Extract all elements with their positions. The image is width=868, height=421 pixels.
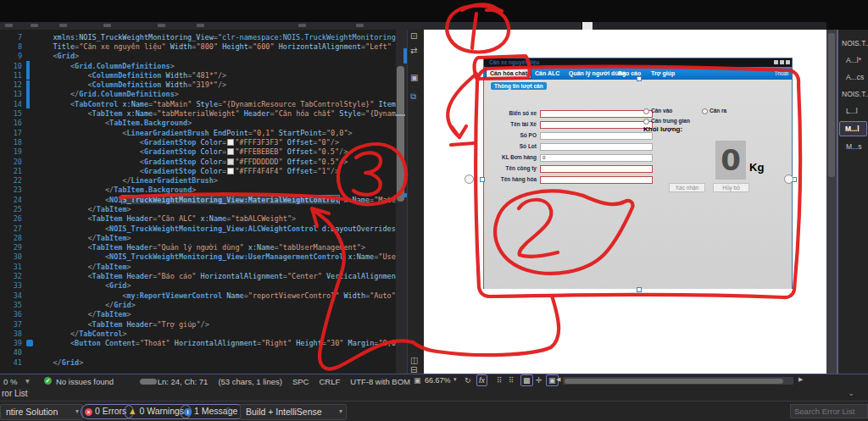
snaplines-icon[interactable]: ✛ — [536, 376, 542, 385]
field-input[interactable] — [540, 110, 653, 118]
code-line[interactable]: 41 </Grid> — [0, 357, 396, 367]
code-line[interactable]: 37 <TabItem Header="Trợ giúp"/> — [0, 319, 396, 329]
vertical-split-icon[interactable]: ◫ — [410, 357, 418, 365]
vertical-document-tabs[interactable]: NOIS.T...rA...l*A...csNOIS.T...rL...lM..… — [837, 30, 868, 374]
messages-filter-button[interactable]: i1 Message — [180, 404, 245, 419]
code-line[interactable]: 24 <NOIS_TruckWeightMonitoring_View:Mate… — [0, 195, 396, 204]
code-line[interactable]: 16 <TabItem.Background> — [0, 119, 396, 128]
form-tab[interactable]: Cân ALC — [535, 67, 559, 80]
editor-scrollbar-thumb[interactable] — [397, 66, 404, 202]
code-line[interactable]: 18 <GradientStop Color="#FFF3F3F3" Offse… — [0, 137, 396, 147]
document-tab[interactable]: A...cs — [838, 69, 868, 86]
field-input[interactable] — [540, 176, 653, 184]
radio-button[interactable] — [643, 119, 649, 125]
collapse-pane-icon[interactable]: ⊡ — [410, 32, 417, 41]
code-line[interactable]: 40 — [0, 348, 396, 357]
refresh-icon[interactable]: ↻ — [465, 376, 471, 385]
radio-button[interactable] — [702, 108, 708, 114]
build-intellisense-dropdown[interactable]: Build + IntelliSense▾ — [240, 404, 347, 420]
code-line[interactable]: 35 </Grid> — [0, 300, 396, 309]
code-line[interactable]: 29 <TabItem Header="Quản lý người dùng" … — [0, 243, 396, 252]
adorner-handle-left[interactable] — [480, 177, 485, 182]
code-line[interactable]: 21 <GradientStop Color="#FFF4F4F4" Offse… — [0, 166, 396, 175]
document-tab[interactable]: A...l* — [838, 52, 868, 69]
code-line[interactable]: 23 </TabItem.Background> — [0, 186, 396, 195]
search-input[interactable] — [790, 404, 868, 418]
code-line[interactable]: 27 <NOIS_TruckWeightMonitoring_View:ALCW… — [0, 224, 396, 233]
code-line[interactable]: 19 <GradientStop Color="#FFEBEBEB" Offse… — [0, 147, 396, 157]
code-line[interactable]: 7 xmlns:NOIS_TruckWeightMonitoring_View=… — [0, 32, 396, 42]
field-input[interactable] — [540, 165, 653, 173]
form-tab[interactable]: Trợ giúp — [651, 67, 675, 80]
project-group-label[interactable]: NOIS.T...r — [838, 35, 868, 52]
adorner-anchor-right-icon[interactable] — [784, 174, 793, 184]
designer-vscroll-thumb[interactable] — [828, 33, 835, 177]
code-line[interactable]: 32 <TabItem Header="Báo cáo" HorizontalA… — [0, 271, 396, 280]
designer-zoom-level[interactable]: 66.67% — [425, 376, 451, 385]
wpf-designer-canvas[interactable]: Cân xe nguyên liệu Cân hóa chấtCân ALCQu… — [424, 30, 826, 374]
swap-panes-icon[interactable]: ⇄ — [410, 47, 417, 55]
code-line[interactable]: 26 <TabItem Header="Cân ALC" x:Name="tab… — [0, 214, 396, 224]
code-line[interactable]: 14 <TabControl x:Name="tabMain" Style="{… — [0, 99, 396, 108]
preview-pane-icon[interactable]: ▣ — [410, 74, 418, 82]
code-line[interactable]: 36 </TabItem> — [0, 310, 396, 319]
code-line[interactable]: 22 </LinearGradientBrush> — [0, 175, 396, 185]
code-line[interactable]: 8 Title="Cân xe nguyên liệu" Width="800"… — [0, 42, 396, 51]
chevron-down-icon[interactable]: ▾ — [25, 376, 30, 385]
encoding[interactable]: UTF-8 with BOM — [350, 377, 410, 386]
adorner-handle-top[interactable] — [637, 76, 642, 81]
cancel-button[interactable]: Hủy bỏ — [713, 183, 749, 192]
code-line[interactable]: 28 </TabItem> — [0, 233, 396, 242]
chevron-down-icon[interactable]: ⌄ — [848, 389, 854, 397]
code-line[interactable]: 33 <Grid> — [0, 281, 396, 291]
line-ending[interactable]: CRLF — [319, 377, 340, 386]
adorner-anchor-left-icon[interactable] — [465, 174, 474, 184]
code-line[interactable]: 25 </TabItem> — [0, 204, 396, 213]
code-line[interactable]: 11 <ColumnDefinition Width="481*"/> — [0, 70, 396, 80]
code-line[interactable]: 20 <GradientStop Color="#FFDDDDDD" Offse… — [0, 157, 396, 166]
indent-mode[interactable]: SPC — [292, 377, 309, 386]
snap-grid-icon[interactable]: ⠿ — [509, 376, 515, 385]
snap-to-grid-toggle[interactable]: ▩ — [520, 374, 533, 386]
effects-toggle[interactable]: fx — [476, 374, 487, 386]
issues-status[interactable]: No issues found — [56, 377, 114, 386]
code-line[interactable]: 13 </Grid.ColumnDefinitions> — [0, 90, 396, 99]
code-line[interactable]: 17 <LinearGradientBrush EndPoint="0,1" S… — [0, 128, 396, 137]
field-input[interactable]: 0 — [540, 154, 653, 162]
code-line[interactable]: 39 <Button Content="Thoát" HorizontalAli… — [0, 339, 396, 348]
adorner-handle-bottom[interactable] — [637, 287, 642, 292]
code-line[interactable]: 34 <my:ReportViewerControl Name="reportV… — [0, 291, 396, 300]
design-window[interactable]: Cân xe nguyên liệu Cân hóa chấtCân ALCQu… — [483, 58, 793, 289]
code-line[interactable]: 15 <TabItem x:Name="tabMaterialWeight" H… — [0, 108, 396, 118]
code-line[interactable]: 31 </TabItem> — [0, 262, 396, 271]
field-input[interactable] — [540, 132, 653, 140]
exit-button[interactable]: Thoát — [774, 67, 788, 80]
scroll-right-icon[interactable]: ▶ — [798, 376, 803, 383]
form-tab-active[interactable]: Cân hóa chất — [486, 67, 531, 79]
editor-zoom-level[interactable]: 0 % — [3, 377, 17, 386]
document-tab[interactable]: M...s — [838, 138, 868, 155]
editor-scrollbar[interactable] — [396, 30, 407, 374]
chevron-down-icon[interactable]: ▾ — [453, 376, 457, 383]
xaml-code-editor[interactable]: 7 xmlns:NOIS_TruckWeightMonitoring_View=… — [0, 30, 396, 374]
code-line[interactable]: 30 <NOIS_TruckWeightMonitoring_View:User… — [0, 252, 396, 262]
field-input[interactable] — [540, 143, 653, 151]
code-line[interactable]: 10 <Grid.ColumnDefinitions> — [0, 61, 396, 70]
popout-pane-icon[interactable]: ⧉ — [410, 92, 416, 101]
filter-icon[interactable]: ⚲ — [225, 407, 231, 415]
design-surface-icon[interactable]: ▣ — [414, 376, 421, 385]
designer-horizontal-scrollbar[interactable] — [563, 377, 793, 385]
radio-button[interactable] — [643, 108, 649, 114]
scope-dropdown[interactable]: ntire Solution▾ — [0, 404, 83, 420]
error-list-header[interactable]: ror List ⌄ — [0, 388, 868, 401]
code-line[interactable]: 38 </TabControl> — [0, 329, 396, 338]
confirm-button[interactable]: Xác nhận — [669, 183, 705, 192]
field-input[interactable] — [540, 121, 653, 129]
editor-designer-splitter[interactable]: ⊡ ⇄ ▣ ⧉ ◫ ⊟ — [407, 30, 425, 374]
document-tab[interactable]: M...l — [839, 121, 867, 136]
document-tab[interactable]: L...l — [838, 102, 868, 119]
caret-position[interactable]: Ln: 24, Ch: 71 — [158, 377, 209, 386]
project-group-label[interactable]: NOIS.T...r — [838, 86, 868, 102]
show-grid-icon[interactable]: ⠿ — [497, 376, 503, 385]
scroll-left-icon[interactable]: ◀ — [556, 376, 560, 383]
